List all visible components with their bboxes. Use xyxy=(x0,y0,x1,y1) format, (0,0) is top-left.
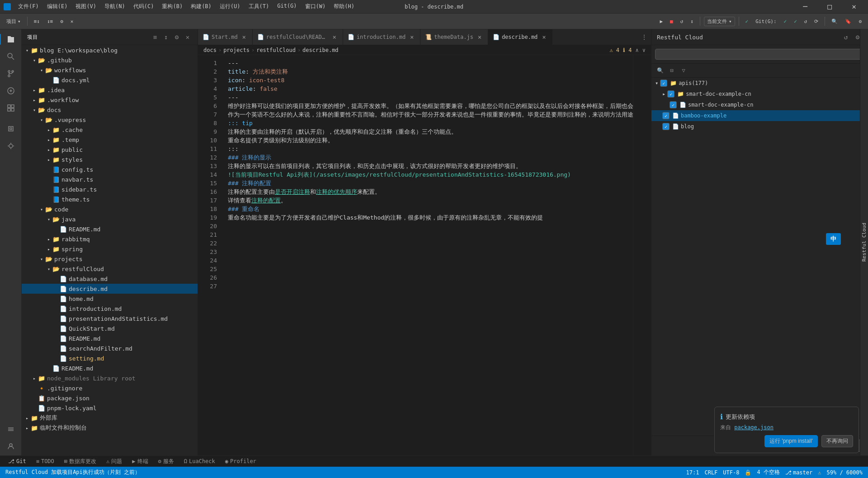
menu-item-f[interactable]: 文件(F) xyxy=(14,2,42,11)
rp-checkbox-3[interactable]: ✓ xyxy=(662,112,670,119)
rp-checkbox-1[interactable]: ✓ xyxy=(667,90,675,98)
toolbar-refresh[interactable]: ↺ xyxy=(678,18,686,25)
activity-search[interactable] xyxy=(3,48,19,65)
tree-item-docs_yml[interactable]: 📄docs.yml xyxy=(22,75,198,85)
status-message[interactable]: Restful Cloud 加载项目Api执行成功（片刻 之前） xyxy=(4,469,142,476)
notification-run-button[interactable]: 运行 'pnpm install' xyxy=(764,435,818,447)
rp-search-input[interactable] xyxy=(655,49,864,60)
rp-checkbox-0[interactable]: ✓ xyxy=(660,80,667,87)
menu-item-w[interactable]: 窗口(W) xyxy=(302,2,330,11)
breadcrumb-docs[interactable]: docs xyxy=(203,47,217,53)
rp-tree-item-2[interactable]: ✓📄smart-doc-example-cn xyxy=(651,99,868,110)
menu-item-c[interactable]: 代码(C) xyxy=(130,2,158,11)
status-warnings[interactable]: ⚠ xyxy=(816,469,823,476)
toolbar-more[interactable]: ↕ xyxy=(688,18,696,25)
activity-unknown4[interactable] xyxy=(3,438,19,455)
rp-checkbox-2[interactable]: ✓ xyxy=(670,101,677,108)
activity-git[interactable] xyxy=(3,66,19,82)
tab-introduction[interactable]: 📄introduction.md× xyxy=(343,29,420,45)
tab-close-start[interactable]: × xyxy=(241,33,248,41)
warning-count[interactable]: ⚠ 4 xyxy=(609,47,619,53)
tree-item-describe_md[interactable]: 📄describe.md xyxy=(22,284,198,294)
tree-item-config_ts[interactable]: 📘config.ts xyxy=(22,164,198,174)
activity-debug[interactable] xyxy=(3,83,19,99)
bottom-tab-profiler[interactable]: ◉ Profiler xyxy=(221,457,261,465)
tab-start[interactable]: 📄Start.md× xyxy=(198,29,253,45)
bottom-tab-todo[interactable]: ≡ TODO xyxy=(32,457,59,465)
tree-item-home_md[interactable]: 📄home.md xyxy=(22,294,198,304)
code-editor[interactable]: ---title: 方法和类注释icon: icon-test8article:… xyxy=(221,55,633,455)
rp-tree-item-1[interactable]: ▸✓📁smart-doc-example-cn xyxy=(651,89,868,99)
breadcrumb-nav-down[interactable]: ∨ xyxy=(642,47,646,53)
tree-item-searchAndFilter_md[interactable]: 📄searchAndFilter.md xyxy=(22,343,198,353)
breadcrumb-restfulcloud[interactable]: restfulCloud xyxy=(256,47,296,53)
tree-item-workflows[interactable]: ▾📂workflows xyxy=(22,65,198,75)
menu-item-h[interactable]: 帮助(H) xyxy=(330,2,358,11)
rp-expand-btn[interactable]: ⊟ xyxy=(667,66,677,75)
tree-item-temp_files[interactable]: ▸📁临时文件和控制台 xyxy=(22,423,198,433)
bottom-tab-db[interactable]: ⊞ 数据库更改 xyxy=(60,457,101,466)
status-crlf[interactable]: CRLF xyxy=(703,469,719,476)
sidebar-collapse-all[interactable]: ≡ xyxy=(151,33,160,42)
toolbar-nav-fwd[interactable]: ↕≡ xyxy=(44,18,56,25)
breadcrumb-nav-up[interactable]: ∧ xyxy=(636,47,639,53)
activity-unknown3[interactable] xyxy=(3,421,19,437)
bottom-tab-problems[interactable]: ⚠ 问题 xyxy=(102,457,127,466)
tree-item-spring[interactable]: ▸📁spring xyxy=(22,244,198,254)
menu-item-e[interactable]: 编辑(E) xyxy=(43,2,71,11)
tree-item-sidebar_ts[interactable]: 📘sidebar.ts xyxy=(22,184,198,194)
toolbar-search[interactable]: 🔍 xyxy=(829,18,840,25)
menu-item-t[interactable]: 工具(T) xyxy=(245,2,273,11)
maximize-button[interactable]: □ xyxy=(819,0,840,14)
toolbar-nav-back[interactable]: ≡↕ xyxy=(31,18,42,25)
tab-describe[interactable]: 📄describe.md× xyxy=(488,29,552,45)
toolbar-settings-gear[interactable]: ⚙ xyxy=(856,18,864,25)
tree-item-cache[interactable]: ▸📁.cache xyxy=(22,125,198,135)
tree-item-root_readme[interactable]: 📄README.md xyxy=(22,363,198,373)
rp-filter-btn[interactable]: 🔍 xyxy=(655,66,665,75)
info-count[interactable]: ℹ 4 xyxy=(623,47,632,53)
status-percent[interactable]: 59% / 6000% xyxy=(825,469,864,476)
bottom-tab-services[interactable]: ⚙ 服务 xyxy=(154,457,179,466)
sidebar-settings[interactable]: ⚙ xyxy=(172,33,181,42)
tree-item-pnpm_lock[interactable]: 📄pnpm-lock.yaml xyxy=(22,403,198,413)
toolbar-stop[interactable]: ■ xyxy=(667,18,676,25)
tree-item-restfulCloud[interactable]: ▾📂restfulCloud xyxy=(22,264,198,274)
menu-item-b[interactable]: 构建(B) xyxy=(187,2,215,11)
tree-item-styles[interactable]: ▸📁styles xyxy=(22,155,198,164)
activity-explorer[interactable] xyxy=(3,31,19,47)
sidebar-sort[interactable]: ↕ xyxy=(161,33,170,42)
toolbar-settings[interactable]: ⚙ xyxy=(57,18,66,25)
rp-tree-item-0[interactable]: ▾✓📁apis(177) xyxy=(651,78,868,89)
right-side-label[interactable]: Restful Cloud xyxy=(861,223,867,262)
tab-close-readme[interactable]: × xyxy=(331,33,338,41)
toolbar-git-check[interactable]: ✓ xyxy=(781,18,790,25)
tree-item-package_json[interactable]: 📋package.json xyxy=(22,393,198,403)
notification-link[interactable]: package.json xyxy=(734,424,774,431)
breadcrumb-projects[interactable]: projects xyxy=(223,47,250,53)
tab-close-themedata[interactable]: × xyxy=(476,33,483,41)
status-indent[interactable]: 4 个空格 xyxy=(755,469,781,476)
project-dropdown[interactable]: 项目 ▾ xyxy=(4,17,24,26)
toolbar-close[interactable]: ✕ xyxy=(68,18,76,25)
tree-item-readme_md[interactable]: 📄README.md xyxy=(22,333,198,343)
tree-item-java[interactable]: ▾📂java xyxy=(22,214,198,224)
menu-item-v[interactable]: 视图(V) xyxy=(72,2,100,11)
tree-item-introduction_md[interactable]: 📄introduction.md xyxy=(22,304,198,314)
tree-item-vuepress[interactable]: ▾📂.vuepress xyxy=(22,115,198,125)
tab-themedata[interactable]: 📜themeData.js× xyxy=(420,29,488,45)
rp-tree-item-4[interactable]: ✓📄blog xyxy=(651,121,868,132)
minimize-button[interactable]: ─ xyxy=(795,0,816,14)
rp-filter-icon[interactable]: ▽ xyxy=(679,66,689,75)
toolbar-run[interactable]: ▶ xyxy=(657,18,665,25)
notification-dismiss-button[interactable]: 不再询问 xyxy=(821,435,853,447)
close-button[interactable]: ✕ xyxy=(844,0,864,14)
rp-tree-item-3[interactable]: ✓📄bamboo-example xyxy=(651,110,868,121)
status-encoding[interactable]: UTF-8 xyxy=(721,469,741,476)
tree-item-code[interactable]: ▾📂code xyxy=(22,204,198,214)
toolbar-git-label[interactable]: Git(G): xyxy=(753,18,779,25)
tree-item-external[interactable]: ▸📁外部库 xyxy=(22,413,198,423)
tree-item-workflow[interactable]: ▸📁.workflow xyxy=(22,95,198,105)
status-lock[interactable]: 🔒 xyxy=(743,469,753,476)
sidebar-close[interactable]: ✕ xyxy=(183,33,192,42)
